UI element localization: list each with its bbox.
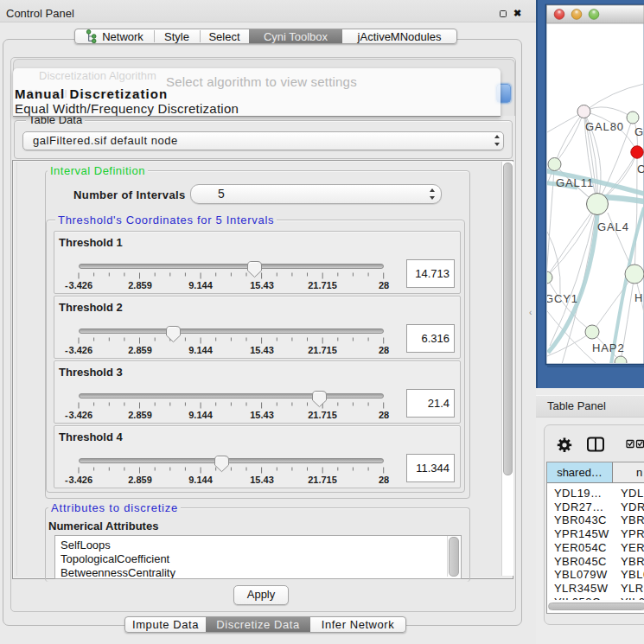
svg-text:HAP2: HAP2 [592, 341, 625, 354]
svg-text:GAL11: GAL11 [556, 176, 594, 189]
svg-text:C: C [637, 163, 644, 175]
svg-text:GA: GA [634, 125, 644, 138]
svg-text:GAL80: GAL80 [585, 120, 624, 133]
svg-text:GAL4: GAL4 [597, 220, 629, 233]
svg-text:GCY1: GCY1 [545, 292, 578, 305]
svg-text:H: H [634, 291, 643, 304]
